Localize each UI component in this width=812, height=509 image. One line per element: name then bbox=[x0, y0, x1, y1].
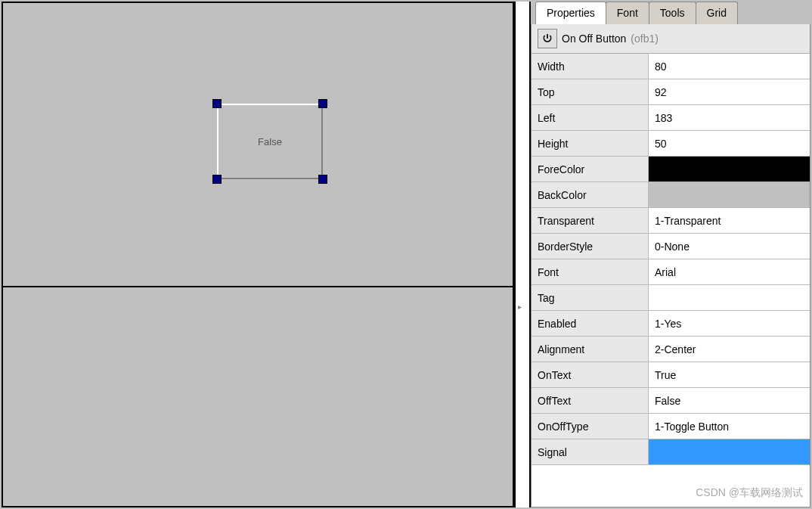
property-row: OnOffType bbox=[532, 414, 810, 439]
property-row: Left bbox=[532, 105, 810, 131]
property-value[interactable] bbox=[649, 414, 810, 439]
property-row: Top bbox=[532, 79, 810, 105]
property-value[interactable] bbox=[649, 337, 810, 362]
property-input[interactable] bbox=[655, 421, 804, 433]
property-row: Tag bbox=[532, 285, 810, 311]
property-value[interactable] bbox=[649, 131, 810, 156]
property-input[interactable] bbox=[655, 343, 804, 355]
property-input[interactable] bbox=[655, 292, 804, 304]
property-row: Signal bbox=[532, 439, 810, 465]
control-type-label: On Off Button bbox=[562, 33, 626, 45]
property-value[interactable] bbox=[649, 439, 810, 464]
property-label: Height bbox=[532, 131, 649, 156]
tab-tools[interactable]: Tools bbox=[649, 2, 696, 24]
property-row: BorderStyle bbox=[532, 234, 810, 259]
property-input[interactable] bbox=[655, 86, 804, 98]
property-row: Enabled bbox=[532, 311, 810, 337]
property-label: BackColor bbox=[532, 182, 649, 207]
property-label: ForeColor bbox=[532, 157, 649, 182]
property-input[interactable] bbox=[655, 318, 804, 330]
property-row: Font bbox=[532, 259, 810, 285]
resize-handle-br[interactable] bbox=[318, 175, 327, 184]
property-row: Alignment bbox=[532, 337, 810, 362]
property-label: Left bbox=[532, 105, 649, 130]
tab-font[interactable]: Font bbox=[606, 2, 649, 24]
splitter[interactable] bbox=[514, 2, 531, 507]
property-input[interactable] bbox=[655, 395, 804, 407]
property-label: Tag bbox=[532, 285, 649, 310]
canvas-secondary[interactable] bbox=[3, 287, 513, 506]
property-value[interactable] bbox=[649, 259, 810, 284]
property-row: ForeColor bbox=[532, 157, 810, 182]
property-input[interactable] bbox=[655, 215, 804, 227]
property-label: Transparent bbox=[532, 208, 649, 233]
property-input[interactable] bbox=[655, 138, 804, 150]
property-value[interactable] bbox=[649, 105, 810, 130]
property-label: Top bbox=[532, 79, 649, 104]
property-label: OnOffType bbox=[532, 414, 649, 439]
resize-handle-bl[interactable] bbox=[212, 175, 222, 184]
property-row: Transparent bbox=[532, 208, 810, 234]
control-name-label: (ofb1) bbox=[631, 33, 659, 45]
resize-handle-tl[interactable] bbox=[212, 99, 222, 108]
property-value[interactable] bbox=[649, 157, 810, 182]
control-header: On Off Button (ofb1) bbox=[532, 24, 810, 54]
properties-table: WidthTopLeftHeightForeColorBackColorTran… bbox=[532, 54, 810, 507]
property-row: OffText bbox=[532, 388, 810, 414]
property-label: Width bbox=[532, 54, 649, 79]
power-icon bbox=[538, 29, 557, 48]
property-label: Signal bbox=[532, 439, 649, 464]
property-row: Height bbox=[532, 131, 810, 157]
property-label: OffText bbox=[532, 388, 649, 413]
property-value[interactable] bbox=[649, 208, 810, 233]
property-value[interactable] bbox=[649, 79, 810, 104]
tab-grid[interactable]: Grid bbox=[696, 2, 738, 24]
panel-body: On Off Button (ofb1) WidthTopLeftHeightF… bbox=[531, 24, 810, 507]
tab-properties[interactable]: Properties bbox=[535, 2, 606, 24]
properties-panel: Properties Font Tools Grid On Off Button… bbox=[531, 2, 810, 507]
property-value[interactable] bbox=[649, 362, 810, 387]
property-input[interactable] bbox=[655, 266, 804, 278]
property-row: OnText bbox=[532, 362, 810, 388]
property-label: Enabled bbox=[532, 311, 649, 336]
property-label: Alignment bbox=[532, 337, 649, 362]
property-value[interactable] bbox=[649, 234, 810, 259]
property-input[interactable] bbox=[655, 112, 804, 124]
property-input[interactable] bbox=[655, 61, 804, 73]
property-value[interactable] bbox=[649, 311, 810, 336]
control-text: False bbox=[258, 136, 282, 147]
canvas[interactable]: False bbox=[3, 3, 513, 287]
property-value[interactable] bbox=[649, 388, 810, 413]
tab-bar: Properties Font Tools Grid bbox=[531, 2, 810, 24]
selected-control[interactable]: False bbox=[217, 104, 323, 179]
property-label: BorderStyle bbox=[532, 234, 649, 259]
property-input[interactable] bbox=[655, 369, 804, 381]
property-value[interactable] bbox=[649, 182, 810, 207]
property-row: BackColor bbox=[532, 182, 810, 208]
property-input[interactable] bbox=[655, 241, 804, 253]
property-value[interactable] bbox=[649, 54, 810, 79]
property-value[interactable] bbox=[649, 285, 810, 310]
property-label: OnText bbox=[532, 362, 649, 387]
resize-handle-tr[interactable] bbox=[318, 99, 327, 108]
design-area: False bbox=[2, 2, 514, 507]
property-label: Font bbox=[532, 259, 649, 284]
property-row: Width bbox=[532, 54, 810, 79]
